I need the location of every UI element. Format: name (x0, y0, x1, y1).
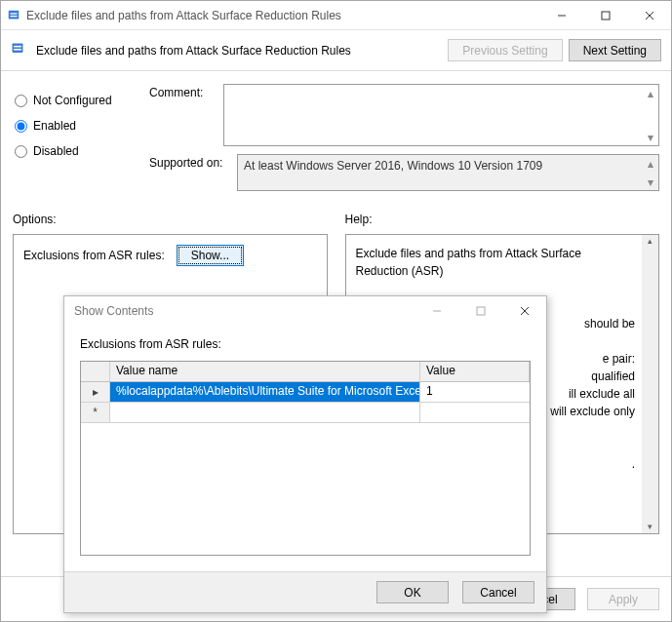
apply-button[interactable]: Apply (587, 588, 659, 610)
comment-textarea[interactable]: ▴ ▾ (223, 84, 659, 146)
policy-icon (1, 9, 26, 22)
help-text-line: Exclude files and paths from Attack Surf… (356, 245, 636, 280)
radio-enabled[interactable]: Enabled (13, 113, 149, 138)
row-marker-icon: ▸ (81, 382, 110, 403)
previous-setting-button[interactable]: Previous Setting (448, 39, 562, 61)
radio-label: Enabled (33, 119, 76, 133)
svg-rect-9 (14, 49, 21, 51)
dialog-label: Exclusions from ASR rules: (80, 337, 531, 351)
svg-rect-1 (11, 13, 18, 14)
config-row: Not Configured Enabled Disabled Comment:… (13, 84, 659, 199)
dialog-title: Show Contents (74, 304, 153, 318)
dialog-maximize-button (458, 297, 502, 326)
svg-rect-8 (14, 45, 21, 47)
scroll-up-icon: ▴ (642, 155, 658, 172)
exclusions-option-line: Exclusions from ASR rules: Show... (23, 245, 317, 266)
policy-header-icon (11, 42, 28, 59)
dialog-footer: OK Cancel (64, 571, 546, 612)
dialog-body: Exclusions from ASR rules: Value name Va… (64, 326, 546, 556)
radio-disabled[interactable]: Disabled (13, 138, 149, 164)
options-label: Options: (13, 213, 328, 234)
group-policy-editor-window: Exclude files and paths from Attack Surf… (0, 0, 672, 622)
window-controls (539, 1, 671, 29)
grid-rows: ▸%localappdata%\Ablebits\Ultimate Suite … (81, 382, 530, 423)
cell-value-name[interactable]: %localappdata%\Ablebits\Ultimate Suite f… (110, 382, 420, 403)
help-scrollbar[interactable] (642, 235, 658, 533)
state-radio-group: Not Configured Enabled Disabled (13, 84, 149, 199)
policy-header: Exclude files and paths from Attack Surf… (1, 30, 671, 71)
close-button[interactable] (627, 1, 671, 29)
show-button[interactable]: Show... (177, 245, 244, 266)
right-column: Comment: ▴ ▾ Supported on: At least Wind… (149, 84, 659, 199)
radio-label: Not Configured (33, 94, 112, 107)
scroll-up-icon[interactable]: ▴ (642, 85, 658, 101)
titlebar: Exclude files and paths from Attack Surf… (1, 1, 671, 30)
policy-title: Exclude files and paths from Attack Surf… (36, 44, 442, 58)
supported-on-text: At least Windows Server 2016, Windows 10… (244, 159, 542, 173)
help-label: Help: (345, 213, 660, 234)
radio-not-configured-input[interactable] (15, 95, 27, 107)
grid-header-value[interactable]: Value (420, 362, 530, 381)
dialog-cancel-button[interactable]: Cancel (462, 581, 534, 603)
radio-label: Disabled (33, 144, 79, 158)
dialog-titlebar: Show Contents (64, 296, 546, 326)
maximize-button[interactable] (583, 1, 627, 29)
radio-disabled-input[interactable] (15, 145, 27, 158)
grid-header-rowmarker (81, 362, 110, 381)
row-marker-icon: * (81, 403, 110, 423)
grid-header-valuename[interactable]: Value name (110, 362, 420, 381)
minimize-button[interactable] (539, 1, 583, 29)
next-setting-button[interactable]: Next Setting (569, 39, 661, 61)
comment-row: Comment: ▴ ▾ (149, 84, 659, 146)
exclusions-label: Exclusions from ASR rules: (23, 249, 165, 262)
cell-value[interactable] (420, 403, 530, 423)
radio-not-configured[interactable]: Not Configured (13, 88, 149, 113)
comment-label: Comment: (149, 84, 223, 146)
dialog-ok-button[interactable]: OK (376, 581, 449, 603)
grid-row[interactable]: ▸%localappdata%\Ablebits\Ultimate Suite … (81, 382, 530, 403)
svg-rect-7 (13, 43, 23, 52)
supported-row: Supported on: At least Windows Server 20… (149, 154, 659, 191)
svg-rect-4 (602, 12, 610, 19)
show-contents-dialog: Show Contents Exclusions from ASR rules:… (63, 295, 547, 613)
svg-rect-11 (477, 307, 485, 315)
cell-value-name[interactable] (110, 403, 420, 423)
svg-rect-0 (9, 10, 20, 19)
radio-enabled-input[interactable] (15, 120, 27, 133)
supported-on-box: At least Windows Server 2016, Windows 10… (237, 154, 659, 191)
window-title: Exclude files and paths from Attack Surf… (26, 9, 539, 22)
grid-header: Value name Value (81, 362, 530, 382)
grid-row[interactable]: * (81, 403, 530, 423)
cell-value[interactable]: 1 (420, 382, 530, 403)
scroll-down-icon: ▾ (642, 174, 658, 190)
svg-rect-2 (11, 16, 18, 17)
dialog-minimize-button (415, 297, 458, 326)
dialog-close-button[interactable] (502, 297, 546, 326)
supported-label: Supported on: (149, 154, 237, 191)
scroll-down-icon[interactable]: ▾ (642, 129, 658, 145)
exclusions-grid[interactable]: Value name Value ▸%localappdata%\Ablebit… (80, 361, 531, 556)
